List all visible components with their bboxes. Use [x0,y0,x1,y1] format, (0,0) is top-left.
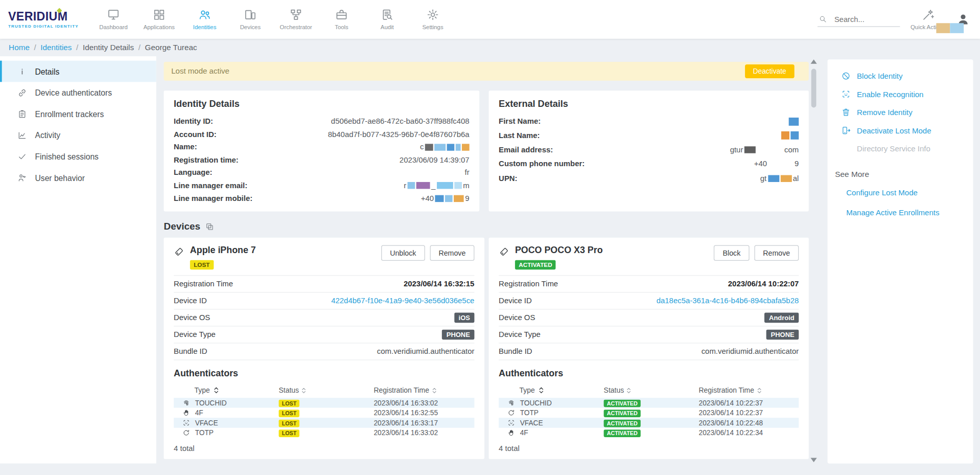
sort-icon [301,387,307,394]
authenticators-table: Type Status Registration Time TOUCHID AC… [499,383,799,438]
face-scan-icon [507,419,515,427]
nav-item-orchestrator[interactable]: Orchestrator [273,0,319,39]
sort-by-status-header[interactable]: Status [604,387,699,394]
device-type-badge: PHONE [766,330,799,340]
hand-icon [507,429,515,437]
sort-by-type-header[interactable]: Type [499,387,603,394]
field-email-address: Email address: gtur com [499,146,799,154]
authenticators-title: Authenticators [499,368,799,378]
nav-item-applications[interactable]: Applications [136,0,182,39]
scroll-up-arrow[interactable] [811,59,817,64]
device-field-bundle-id: Bundle ID com.veridiumid.authenticator [499,344,799,360]
sidebar-item-user-behavior[interactable]: User behavior [0,167,156,189]
authenticator-status-badge: ACTIVATED [604,410,641,417]
nav-item-settings[interactable]: Settings [410,0,455,39]
field-last-name: Last Name: [499,131,799,140]
redacted-block [445,195,453,201]
redacted-block [425,144,433,150]
redacted-mobile-value: +40 9 [421,194,470,202]
device-status-badge: ACTIVATED [515,260,556,269]
toolbox-icon [335,8,348,21]
redacted-block [936,23,950,33]
nav-item-tools[interactable]: Tools [319,0,364,39]
authenticator-status-badge: LOST [279,429,300,437]
sort-by-type-header[interactable]: Type [174,387,278,394]
device-field-registration-time: Registration Time 2023/06/14 16:32:15 [174,276,474,292]
redacted-block [462,144,470,150]
nav-item-identities[interactable]: Identities [182,0,227,39]
remove-identity-link[interactable]: Remove Identity [841,107,965,117]
details-cards-row: Identity Details Identity ID: d506ebd7-a… [164,91,808,211]
main-scrollbar[interactable] [809,59,818,463]
breadcrumb-separator: / [76,43,78,52]
authenticator-row-touchid: TOUCHID LOST 2023/06/14 16:33:02 [174,398,474,408]
device-field-device-os: Device OS iOS [174,309,474,326]
authenticators-title: Authenticators [174,368,474,378]
device-field-device-os: Device OS Android [499,309,799,326]
redacted-custom-phone: +40 9 [754,160,799,168]
remove-device-button[interactable]: Remove [754,245,799,261]
nav-item-devices[interactable]: Devices [227,0,273,39]
device-field-device-type: Device Type PHONE [499,327,799,344]
scroll-down-arrow[interactable] [811,458,817,462]
authenticator-status-badge: ACTIVATED [604,419,641,427]
sidebar-item-enrollment-trackers[interactable]: Enrollment trackers [0,103,156,125]
device-id-link[interactable]: 422d4b67-f10e-41a9-9e40-3e56d036e5ce [331,297,474,305]
authenticators-total: 4 total [499,444,799,453]
sort-by-registration-time-header[interactable]: Registration Time [699,387,799,394]
scrollbar-thumb[interactable] [811,69,816,108]
nav-item-audit[interactable]: Audit [364,0,410,39]
face-scan-icon [182,419,190,427]
breadcrumb-home[interactable]: Home [9,43,30,52]
sidebar-item-activity[interactable]: Activity [0,124,156,146]
link-icon [17,88,27,97]
authenticators-table: Type Status Registration Time TOUCHID LO… [174,383,474,438]
deactivate-lost-mode-button[interactable]: Deactivate [745,64,795,78]
see-more-label: See More [835,170,966,179]
face-recognition-icon [841,89,850,99]
main-nav: Dashboard Applications Identities Device… [90,0,455,39]
sidebar-item-finished-sessions[interactable]: Finished sessions [0,146,156,167]
redacted-block [435,195,444,201]
redacted-block [454,182,462,189]
redacted-block [416,182,430,189]
search-input[interactable] [833,14,898,25]
top-navbar: VERIDIUM TRUSTED DIGITAL IDENTITY Dashbo… [0,0,980,39]
devices-popout-icon[interactable] [205,222,214,231]
authenticator-status-badge: LOST [279,399,300,407]
manage-active-enrollments-link[interactable]: Manage Active Enrollments [846,208,966,217]
trash-icon [841,107,850,117]
identities-people-icon [198,8,212,21]
configure-lost-mode-link[interactable]: Configure Lost Mode [846,188,966,197]
redacted-block [744,146,756,153]
info-icon [17,66,27,76]
sort-by-status-header[interactable]: Status [279,387,374,394]
block-device-button[interactable]: Block [714,245,749,261]
breadcrumb-separator: / [34,43,36,52]
remove-device-button[interactable]: Remove [430,245,474,261]
nav-item-dashboard[interactable]: Dashboard [90,0,136,39]
block-identity-link[interactable]: Block Identity [841,71,965,80]
breadcrumb-identities[interactable]: Identities [40,43,72,52]
redacted-block [780,175,791,182]
hand-icon [182,409,190,417]
directory-service-info-link: Directory Service Info [841,144,965,153]
device-name: POCO POCO X3 Pro [515,245,603,255]
enable-recognition-link[interactable]: Enable Recognition [841,89,965,99]
sidebar-item-device-authenticators[interactable]: Device authenticators [0,82,156,103]
device-field-registration-time: Registration Time 2023/06/14 10:22:07 [499,276,799,292]
device-id-link[interactable]: da18ec5a-361a-4c16-b4b6-894cbafa5b28 [657,297,799,305]
sort-by-registration-time-header[interactable]: Registration Time [374,387,474,394]
authenticator-status-badge: LOST [279,410,300,417]
sidebar-item-details[interactable]: Details [0,61,156,82]
field-account-id: Account ID: 8b40ad7f-b077-4325-96b7-0e4f… [174,130,470,139]
device-os-badge: iOS [454,313,474,323]
clipboard-icon [17,109,27,118]
search-box [818,12,900,27]
unblock-device-button[interactable]: Unblock [381,245,425,261]
redacted-email-value: r _ m [404,181,469,190]
identity-details-title: Identity Details [174,99,470,109]
authenticators-total: 4 total [174,444,474,453]
deactivate-lost-mode-link[interactable]: Deactivate Lost Mode [841,126,965,135]
redacted-block [790,131,799,140]
